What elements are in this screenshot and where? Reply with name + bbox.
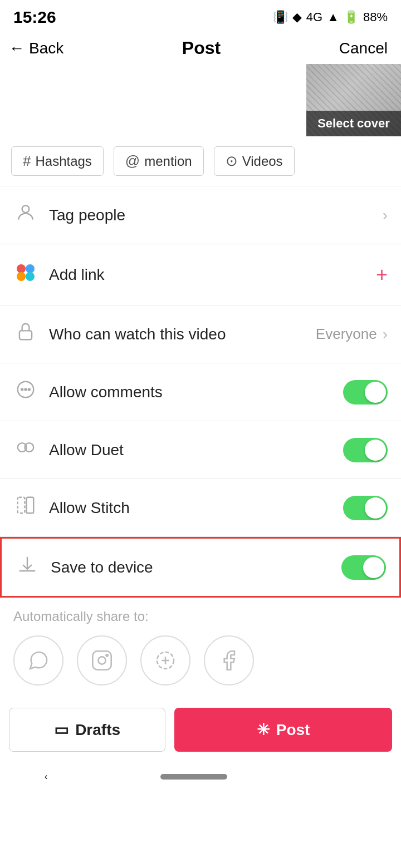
svg-point-16	[106, 654, 108, 656]
tiktok-add-icon[interactable]	[140, 635, 190, 685]
svg-point-2	[26, 264, 35, 273]
tag-people-left: Tag people	[13, 202, 125, 228]
allow-stitch-right	[343, 496, 388, 520]
video-cover-area: Select cover	[0, 64, 401, 136]
tag-people-row[interactable]: Tag people ›	[0, 186, 401, 244]
svg-rect-12	[18, 497, 25, 514]
svg-point-9	[28, 388, 30, 390]
person-icon	[13, 202, 38, 228]
hashtags-label: Hashtags	[35, 154, 91, 169]
back-arrow-icon: ←	[9, 40, 25, 57]
signal-icon: ◆	[292, 10, 302, 24]
tag-people-label: Tag people	[49, 206, 125, 224]
save-to-device-row[interactable]: Save to device	[0, 537, 401, 598]
back-nav-icon[interactable]: ‹	[45, 772, 47, 782]
vibrate-icon: 📳	[273, 10, 288, 24]
top-nav: ← Back Post Cancel	[0, 32, 401, 64]
status-bar: 15:26 📳 ◆ 4G ▲ 🔋 88%	[0, 0, 401, 32]
home-indicator	[160, 774, 227, 780]
network-label: 4G	[306, 10, 322, 24]
svg-point-0	[22, 205, 30, 213]
post-button[interactable]: ✳ Post	[174, 708, 392, 752]
save-to-device-right	[341, 555, 386, 580]
allow-stitch-left: Allow Stitch	[13, 495, 130, 521]
tag-buttons-row: # Hashtags @ mention ⊙ Videos	[0, 136, 401, 186]
svg-point-15	[98, 657, 105, 664]
cancel-button[interactable]: Cancel	[339, 40, 388, 57]
save-to-device-label: Save to device	[51, 559, 153, 576]
allow-comments-right	[343, 380, 388, 405]
toggle-knob-4	[363, 557, 384, 578]
hashtag-icon: #	[23, 152, 31, 170]
stitch-icon	[13, 495, 38, 521]
allow-stitch-label: Allow Stitch	[49, 499, 130, 517]
save-to-device-toggle[interactable]	[341, 555, 386, 580]
sparkle-icon: ✳	[257, 721, 270, 739]
bottom-buttons: ▭ Drafts ✳ Post	[0, 697, 401, 763]
play-icon: ⊙	[226, 152, 238, 170]
plus-icon[interactable]: +	[376, 263, 388, 287]
allow-duet-toggle[interactable]	[343, 438, 388, 462]
toggle-knob-3	[365, 497, 386, 519]
svg-point-1	[17, 264, 26, 273]
allow-comments-left: Allow comments	[13, 379, 163, 405]
facebook-icon[interactable]	[204, 635, 254, 685]
battery-icon: 🔋	[344, 10, 359, 24]
download-icon	[15, 554, 40, 580]
hashtags-button[interactable]: # Hashtags	[11, 146, 104, 176]
status-icons: 📳 ◆ 4G ▲ 🔋 88%	[273, 10, 388, 24]
drafts-icon: ▭	[54, 721, 69, 739]
back-button[interactable]: ← Back	[9, 40, 63, 57]
duet-icon	[13, 437, 38, 463]
instagram-icon[interactable]	[77, 635, 127, 685]
svg-point-8	[25, 388, 26, 390]
allow-comments-toggle[interactable]	[343, 380, 388, 405]
svg-rect-14	[92, 651, 111, 669]
svg-point-7	[21, 388, 23, 390]
lock-icon	[13, 321, 38, 347]
whatsapp-icon[interactable]	[13, 635, 63, 685]
allow-duet-row[interactable]: Allow Duet	[0, 421, 401, 479]
page-title: Post	[182, 38, 221, 58]
who-can-watch-row[interactable]: Who can watch this video Everyone ›	[0, 305, 401, 363]
allow-stitch-row[interactable]: Allow Stitch	[0, 479, 401, 536]
allow-duet-label: Allow Duet	[49, 441, 124, 459]
status-time: 15:26	[13, 8, 56, 27]
videos-label: Videos	[242, 154, 283, 169]
add-link-row[interactable]: Add link +	[0, 244, 401, 305]
mention-button[interactable]: @ mention	[114, 146, 204, 176]
who-can-watch-value: Everyone	[316, 326, 377, 343]
signal-bars-icon: ▲	[327, 10, 339, 24]
select-cover-label[interactable]: Select cover	[306, 111, 401, 136]
svg-rect-13	[27, 497, 34, 514]
drafts-button[interactable]: ▭ Drafts	[9, 708, 165, 752]
chevron-right-icon-2: ›	[383, 326, 388, 343]
mention-icon: @	[125, 152, 140, 170]
comment-icon	[13, 379, 38, 405]
colorful-dots-icon	[13, 260, 38, 289]
allow-duet-right	[343, 438, 388, 462]
auto-share-label: Automatically share to:	[13, 609, 388, 624]
toggle-knob-2	[365, 440, 386, 461]
cover-thumbnail[interactable]: Select cover	[306, 64, 401, 136]
post-label: Post	[276, 721, 310, 739]
auto-share-section: Automatically share to:	[0, 598, 401, 691]
bottom-nav-bar: ‹	[0, 763, 401, 793]
videos-button[interactable]: ⊙ Videos	[214, 146, 295, 176]
mention-label: mention	[144, 154, 192, 169]
who-can-watch-label: Who can watch this video	[49, 326, 226, 343]
allow-comments-row[interactable]: Allow comments	[0, 363, 401, 421]
allow-duet-left: Allow Duet	[13, 437, 124, 463]
add-link-label: Add link	[49, 266, 105, 284]
toggle-knob	[365, 382, 386, 403]
svg-point-4	[26, 272, 35, 281]
add-link-right: +	[376, 263, 388, 287]
chevron-right-icon: ›	[383, 206, 388, 224]
back-label: Back	[29, 40, 63, 57]
allow-comments-label: Allow comments	[49, 383, 163, 401]
tag-people-right: ›	[383, 206, 388, 224]
add-link-left: Add link	[13, 260, 105, 289]
allow-stitch-toggle[interactable]	[343, 496, 388, 520]
battery-percent: 88%	[363, 10, 388, 24]
svg-point-3	[17, 272, 26, 281]
